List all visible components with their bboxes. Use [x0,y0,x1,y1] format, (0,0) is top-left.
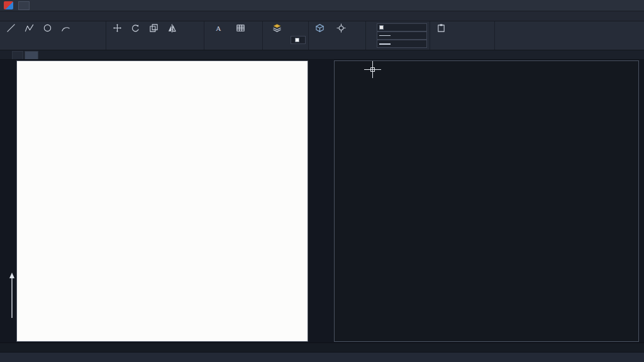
mirror-tool[interactable] [164,23,180,43]
panel-properties [366,21,430,50]
ucs-y-axis-icon [4,271,19,320]
move-icon [113,23,122,33]
change-base-point-tool[interactable] [330,23,353,43]
layer-select[interactable] [291,36,306,44]
paste-icon [436,23,446,33]
status-bar [0,352,644,362]
doc-tab-test[interactable] [25,51,38,59]
linetype-select[interactable] [377,31,427,40]
multiline-text-icon: A [214,23,223,33]
lineweight-select[interactable] [377,40,427,48]
viewport-right[interactable] [334,60,639,342]
change-base-point-icon [336,23,346,33]
trim-tool[interactable] [192,23,201,30]
arc-icon [61,23,70,33]
ribbon-tab-bar [0,11,644,21]
panel-label-draw[interactable] [3,43,103,50]
copy-tool[interactable] [145,23,162,43]
layer-color-swatch [295,38,299,42]
copy-icon [149,23,158,33]
table-tool[interactable] [232,23,248,43]
create-block-tool[interactable] [355,23,363,30]
panel-label-layers[interactable] [265,45,306,50]
layout-tab-bar [0,342,644,352]
insert-block-icon [315,23,325,33]
arc-tool[interactable] [57,23,74,43]
ribbon: A [0,21,644,50]
panel-draw [0,21,106,50]
copy-paste-settings-tool[interactable] [451,23,492,43]
draw-extra-tools [75,23,103,43]
leader-tool[interactable] [250,30,260,36]
insert-block-tool[interactable] [311,23,328,43]
edit-block-tool[interactable] [355,30,363,36]
viewport-left[interactable] [16,60,308,342]
polyline-icon [25,23,34,33]
offset-tool[interactable] [182,36,190,42]
panel-label-annotation[interactable] [207,43,260,50]
table-icon [236,23,245,33]
panel-label-properties[interactable] [369,48,427,50]
linear-dimension-tool[interactable] [250,23,260,30]
define-attributes-tool[interactable] [355,36,363,42]
panel-label-clipboard[interactable] [433,43,492,50]
field-tool[interactable] [250,36,260,42]
color-select[interactable] [377,23,427,31]
panel-label-block[interactable] [311,43,363,50]
panel-layers [263,21,309,50]
app-logo [4,1,13,9]
panel-annotation: A [204,21,263,50]
stretch-tool[interactable] [182,23,190,30]
layer-properties-icon [272,23,282,33]
document-tab-bar [0,50,644,60]
menu-icon[interactable] [2,51,11,59]
polyline-tool[interactable] [21,23,37,43]
rotate-tool[interactable] [127,23,143,43]
workspace-selector[interactable] [18,1,30,10]
doc-tab-drawing1[interactable] [12,51,23,59]
fillet-tool[interactable] [192,30,201,36]
panel-label-modify[interactable] [109,43,201,50]
drawing-area [0,60,644,342]
new-drawing-tab-button[interactable] [40,51,48,59]
contour-map-grayscale[interactable] [17,61,308,341]
paste-tool[interactable] [433,23,449,43]
multiline-text-tool[interactable]: A [207,23,230,43]
layer-properties-tool[interactable] [265,23,289,45]
lineweight-sample [379,43,391,45]
scale-tool[interactable] [182,30,190,36]
line-icon [6,23,16,33]
panel-modify [106,21,204,50]
contour-map-highlighted[interactable] [335,61,638,341]
circle-tool[interactable] [39,23,55,43]
panel-clipboard [430,21,495,50]
array-tool[interactable] [192,36,201,42]
color-swatch [379,25,384,30]
rotate-icon [131,23,140,33]
pickbox-cursor [370,67,375,72]
titlebar [0,0,644,11]
svg-text:A: A [216,25,221,32]
panel-block [309,21,366,50]
circle-icon [43,23,52,33]
move-tool[interactable] [109,23,125,43]
line-tool[interactable] [3,23,19,43]
linetype-sample [379,35,391,36]
mirror-icon [167,23,177,33]
